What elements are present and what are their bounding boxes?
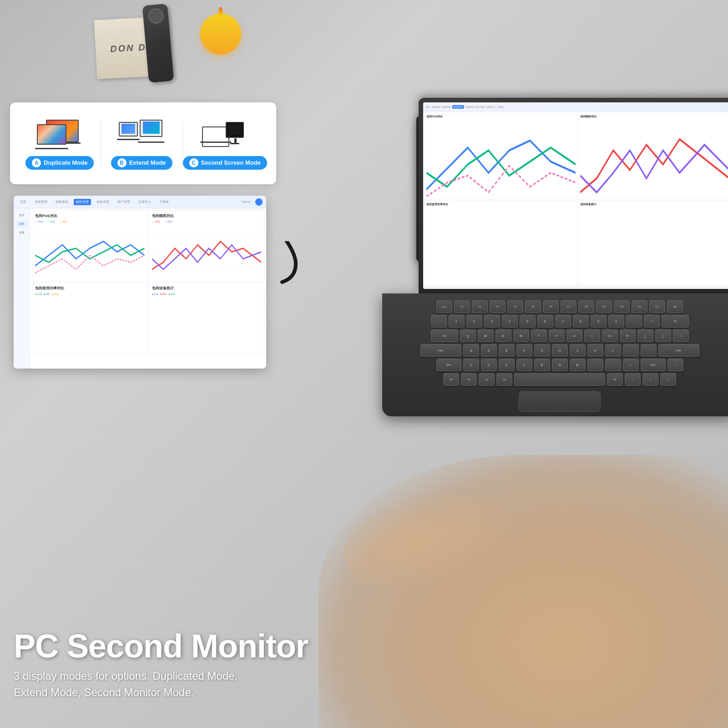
key-f12: F12 [649,300,665,313]
second-screen-icon-area [202,117,248,152]
key-f7: F7 [561,300,576,313]
second-screen-monitors-icon [202,120,248,149]
key-u: U [566,329,582,342]
nav-sales: 销售系统 [53,199,71,205]
key-t: T [531,329,547,342]
laptop-device: 首页 采购管理 销售系统 能耗管理 设备管理 资产管理 运维中心 子系统 包间P… [382,98,728,416]
laptop-touchpad[interactable] [519,391,601,412]
laptop-keyboard: esc F1 F2 F3 F4 F5 F6 F7 F8 F9 F10 F11 F… [382,293,728,416]
key-alt: Alt [496,373,512,386]
extend-monitors-icon [119,120,164,149]
key-f2: F2 [472,300,488,313]
mode-extend: B Extend Mode [101,117,182,170]
bottom-text-area: PC Second Monitor 3 display modes for op… [14,630,308,701]
key-space [514,373,605,386]
key-4: 4 [502,315,518,328]
keyboard-row-bottom: Ctrl Fn ⊞ Alt Alt ← ↓ → [391,373,728,386]
key-backspace: ⌫ [662,315,689,328]
key-win: ⊞ [479,373,495,386]
keyboard-row-qwerty: Tab Q W E R T Y U I O P [ ] \ [391,329,728,342]
key-w: W [478,329,494,342]
key-rbracket: ] [655,329,671,342]
dashboard-content: 首页 能耗 设备 包间PUE对比 — A01 — A02 — A03 [14,208,266,369]
key-3: 3 [484,315,500,328]
laptop-widget-2: 包间能耗对比 [578,113,728,200]
extend-mode-label: Extend Mode [129,159,166,166]
admin-avatar [255,198,263,206]
nav-sub: 子系统 [157,199,172,205]
second-screen-mode-label: Second Screen Mode [201,159,261,166]
second-screen-mode-badge[interactable]: C Second Screen Mode [183,156,267,170]
key-n: N [552,359,568,371]
key-f6: F6 [543,300,559,313]
mode-second-screen: C Second Screen Mode [183,117,267,170]
key-quote: ' [641,344,657,357]
key-period: . [605,359,621,371]
laptop-widget-4: 包间设备统计 [578,201,728,288]
key-esc: esc [436,300,452,313]
dashboard-widgets-grid: 包间PUE对比 — A01 — A02 — A03 [30,208,266,356]
duplicate-mode-badge[interactable]: A Duplicate Mode [25,156,94,170]
key-1: 1 [449,315,465,328]
widget-device-title: 包间设备统计 [152,286,261,291]
key-y: Y [549,329,565,342]
keyboard-row-fn: esc F1 F2 F3 F4 F5 F6 F7 F8 F9 F10 F11 F… [391,300,728,313]
key-f4: F4 [507,300,523,313]
widget-energy-title: 包间能耗对比 [152,213,261,218]
key-z: Z [463,359,479,371]
widget-power-chart [35,296,144,352]
mode-duplicate: A Duplicate Mode [19,117,101,170]
sidebar-item-2: 设备 [15,229,28,236]
mode-selection-panel: A Duplicate Mode B Extend Mode [10,102,276,184]
key-right: → [660,373,676,386]
laptop-chart-2 [580,120,728,197]
keyboard-row-numbers: ` 1 2 3 4 5 6 7 8 9 0 - = ⌫ [391,315,728,328]
laptop-widget-1: 包间PUE对比 [425,113,577,200]
laptop-widget-3: 包间使用功率对比 [425,201,577,288]
device-bar-chart [152,296,261,352]
key-f3: F3 [490,300,506,313]
extend-mode-letter: B [117,158,126,167]
usb-cable-area [259,241,314,288]
widget-energy: 包间能耗对比 — B01 — B02 [149,210,264,282]
key-e: E [495,329,511,342]
dashboard-sidebar: 首页 能耗 设备 [14,208,30,369]
key-r: R [513,329,529,342]
key-down: ↓ [642,373,658,386]
widget-device-chart [152,296,261,352]
key-f5: F5 [525,300,541,313]
key-f8: F8 [578,300,594,313]
widget-device-legend: ■ 在线 ■ 离线 ■ 告警 [152,293,261,295]
key-8: 8 [573,315,589,328]
keyboard-row-zxcv: Shift Z X C V B N M , . / Shift ↑ [391,359,728,371]
main-title: PC Second Monitor [14,630,308,662]
key-left: ← [625,373,641,386]
key-f9: F9 [596,300,612,313]
key-s: S [481,344,497,357]
key-k: K [587,344,603,357]
key-del: Del [667,300,683,313]
key-a: A [463,344,479,357]
key-f11: F11 [632,300,647,313]
subtitle-line1: 3 display modes for options. Duplicated … [14,668,308,684]
nav-energy: 能耗管理 [74,199,91,205]
laptop-nav: 首页 采购管理 销售系统 能耗管理 设备管理 资产管理 运维中心 子系统 [423,102,728,111]
nav-asset: 资产管理 [115,199,133,205]
key-backslash: \ [673,329,689,342]
key-h: H [552,344,568,357]
key-f10: F10 [614,300,630,313]
power-bar-chart [35,296,144,352]
key-p: P [620,329,636,342]
widget-pue-legend: — A01 — A02 — A03 [35,220,144,223]
nav-home: 首页 [17,199,29,205]
duplicate-monitors-icon [37,120,82,149]
candle-decoration [200,14,241,55]
extend-mode-badge[interactable]: B Extend Mode [111,156,172,170]
key-j: J [570,344,586,357]
key-slash: / [623,359,639,371]
key-lbracket: [ [637,329,653,342]
key-7: 7 [555,315,571,328]
key-v: V [516,359,532,371]
key-g: G [534,344,550,357]
key-c: C [499,359,515,371]
